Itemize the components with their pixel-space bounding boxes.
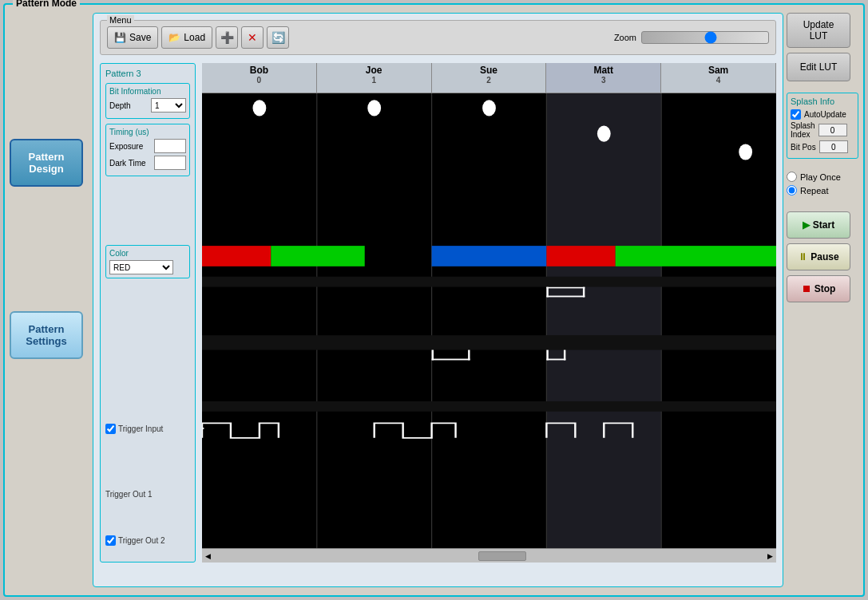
depth-label: Depth [109,101,131,110]
menu-bar: Menu 💾 Save 📂 Load ➕ ✕ 🔄 Zoom [100,20,776,55]
load-button[interactable]: 📂 Load [161,26,212,49]
play-once-label: Play Once [800,172,841,182]
svg-rect-14 [546,287,585,289]
channel-headers: Bob 0 Joe 1 Sue 2 Matt 3 Sam 4 [202,63,776,93]
start-button[interactable]: ▶ Start [787,211,850,239]
start-icon: ▶ [803,219,810,231]
trigger-out2-label: Trigger Out 2 [105,535,190,546]
action-buttons: ▶ Start ⏸ Pause ⏹ Stop [787,211,858,302]
trigger-out1-section: Trigger Out 1 [105,488,190,499]
splash-info-title: Splash Info [791,97,854,106]
save-icon: 💾 [114,32,126,43]
svg-rect-9 [202,246,271,266]
depth-row: Depth 1 2 4 8 [109,98,186,112]
stop-icon: ⏹ [802,283,811,294]
auto-update-checkbox[interactable] [791,109,801,120]
pause-button[interactable]: ⏸ Pause [787,243,850,270]
bit-pos-row: Bit Pos [791,140,854,153]
play-once-radio[interactable] [787,172,797,182]
channel-header-sam: Sam 4 [661,63,776,93]
trigger-input-checkbox[interactable] [105,424,116,434]
left-sidebar: PatternDesign PatternSettings [10,21,89,359]
svg-point-6 [482,100,496,116]
trigger-input-section: Trigger Input [105,424,190,434]
right-panel: UpdateLUT Edit LUT Splash Info AutoUpdat… [787,13,858,302]
refresh-icon: 🔄 [271,31,285,44]
zoom-label: Zoom [614,33,636,42]
bit-info-group: Bit Information Depth 1 2 4 8 [105,83,190,119]
channel-name-joe: Joe [366,65,382,76]
refresh-button[interactable]: 🔄 [267,26,289,49]
save-button[interactable]: 💾 Save [107,26,158,49]
pattern-design-button[interactable]: PatternDesign [10,139,83,187]
bit-pos-input[interactable] [819,140,848,153]
bit-pos-label: Bit Pos [791,143,816,152]
zoom-slider[interactable] [641,31,769,44]
svg-rect-11 [432,246,547,266]
svg-point-4 [253,100,267,116]
channel-index-joe: 1 [371,76,376,85]
stop-button[interactable]: ⏹ Stop [787,275,850,302]
svg-rect-29 [202,401,776,412]
trigger-out2-section: Trigger Out 2 [105,535,190,546]
timing-label: Timing (us) [109,128,186,136]
channel-name-bob: Bob [250,65,268,76]
exposure-input[interactable]: 10000 [154,139,186,153]
pattern-svg [202,93,776,562]
pause-icon: ⏸ [798,251,807,262]
scroll-left-arrow[interactable]: ◀ [202,552,214,560]
trigger-out1-label: Trigger Out 1 [105,490,153,499]
svg-rect-10 [271,246,364,266]
color-label: Color [109,249,186,258]
repeat-label: Repeat [800,186,828,195]
scroll-thumb[interactable] [478,551,526,561]
svg-rect-22 [546,359,565,361]
dark-time-row: Dark Time 0 [109,156,186,170]
channel-name-matt: Matt [593,65,613,76]
svg-rect-13 [616,246,776,266]
main-content-area: Menu 💾 Save 📂 Load ➕ ✕ 🔄 Zoom [93,13,783,587]
channel-header-matt: Matt 3 [546,63,661,93]
splash-index-row: SplashIndex [791,121,854,139]
splash-info-box: Splash Info AutoUpdate SplashIndex Bit P… [787,93,858,159]
scroll-right-arrow[interactable]: ▶ [764,552,776,560]
depth-select[interactable]: 1 2 4 8 [151,98,186,112]
color-select[interactable]: RED GREEN BLUE [109,260,173,274]
update-lut-button[interactable]: UpdateLUT [787,13,850,48]
svg-point-8 [739,144,752,160]
play-section: Play Once Repeat [787,172,858,195]
menu-label: Menu [107,15,134,25]
add-button[interactable]: ➕ [216,26,238,49]
horizontal-scrollbar[interactable]: ◀ ▶ [202,548,776,562]
channel-name-sue: Sue [480,65,497,76]
exposure-label: Exposure [109,142,143,151]
delete-icon: ✕ [248,31,257,44]
svg-point-7 [597,125,611,141]
svg-rect-28 [202,335,776,349]
edit-lut-button[interactable]: Edit LUT [787,53,850,81]
pattern-settings-button[interactable]: PatternSettings [10,311,83,359]
trigger-out2-checkbox[interactable] [105,535,116,546]
channel-header-joe: Joe 1 [317,63,432,93]
pattern-canvas[interactable] [202,93,776,562]
repeat-row: Repeat [787,185,858,195]
channel-header-sue: Sue 2 [432,63,547,93]
pattern-mode-container: Pattern Mode PatternDesign PatternSettin… [3,3,865,597]
svg-rect-12 [546,246,615,266]
pattern-label: Pattern 3 [105,69,190,78]
play-once-row: Play Once [787,172,858,182]
pattern-mode-title: Pattern Mode [13,0,80,9]
zoom-area: Zoom [614,31,769,44]
dark-time-input[interactable]: 0 [154,156,186,170]
repeat-radio[interactable] [787,185,797,195]
channel-index-matt: 3 [601,76,606,85]
channel-index-sam: 4 [716,76,721,85]
svg-rect-17 [546,296,585,298]
timing-group: Timing (us) Exposure 10000 Dark Time 0 [105,124,190,176]
delete-button[interactable]: ✕ [241,26,264,49]
splash-index-input[interactable] [818,124,847,136]
settings-panel: Pattern 3 Bit Information Depth 1 2 4 8 … [100,63,196,562]
color-group: Color RED GREEN BLUE [105,245,190,278]
exposure-row: Exposure 10000 [109,139,186,153]
add-icon: ➕ [220,31,234,44]
